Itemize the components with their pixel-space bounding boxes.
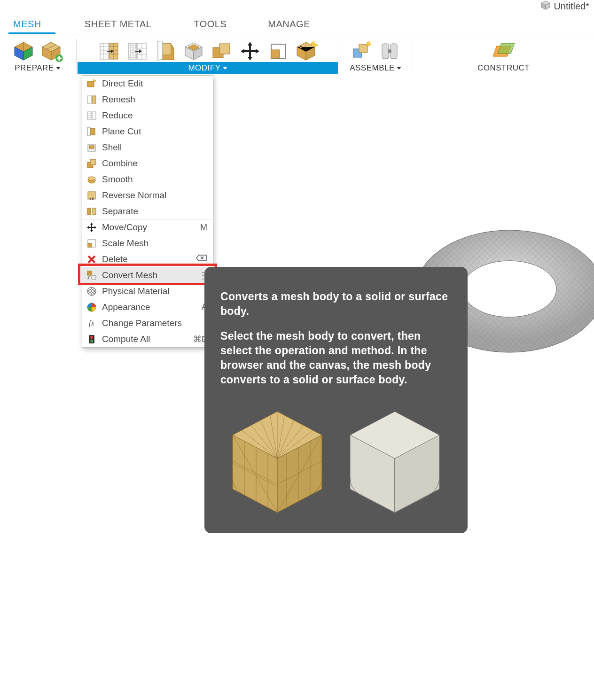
menu-label: Move/Copy bbox=[102, 222, 195, 233]
tooltip-description: Select the mesh body to convert, then se… bbox=[220, 329, 452, 387]
shortcut-label: M bbox=[200, 223, 207, 233]
svg-point-51 bbox=[388, 49, 391, 53]
convert-mesh-icon[interactable] bbox=[295, 40, 318, 62]
combine-small-icon bbox=[86, 158, 97, 169]
svg-rect-54 bbox=[87, 81, 94, 87]
caret-down-icon bbox=[397, 67, 401, 70]
assemble-new-icon[interactable] bbox=[350, 40, 373, 62]
menu-label: Change Parameters bbox=[102, 318, 207, 328]
menu-label: Direct Edit bbox=[102, 78, 207, 89]
menu-combine[interactable]: Combine bbox=[82, 156, 213, 171]
window-title: Untitled* bbox=[540, 0, 589, 13]
menu-label: Reverse Normal bbox=[102, 190, 207, 201]
menu-reduce[interactable]: Reduce bbox=[82, 108, 213, 124]
svg-rect-78 bbox=[88, 243, 92, 247]
mesh-cube-icon bbox=[223, 407, 331, 517]
menu-label: Appearance bbox=[102, 302, 197, 312]
menu-label: Shell bbox=[102, 142, 207, 153]
svg-marker-37 bbox=[256, 49, 259, 54]
svg-rect-46 bbox=[359, 44, 367, 53]
tab-tools[interactable]: TOOLS bbox=[189, 16, 241, 34]
svg-marker-76 bbox=[94, 226, 96, 229]
assemble-label: ASSEMBLE bbox=[350, 63, 395, 73]
menu-separate[interactable]: Separate bbox=[82, 203, 213, 219]
tooltip-summary: Converts a mesh body to a solid or surfa… bbox=[220, 289, 452, 319]
svg-rect-59 bbox=[92, 112, 96, 119]
menu-change-parameters[interactable]: fx Change Parameters bbox=[82, 315, 213, 331]
svg-marker-73 bbox=[90, 223, 93, 225]
menu-label: Remesh bbox=[102, 94, 207, 105]
menu-physical-material[interactable]: Physical Material bbox=[82, 283, 213, 299]
move-small-icon bbox=[86, 222, 97, 233]
menu-convert-mesh[interactable]: Convert Mesh ⋮ bbox=[82, 267, 213, 283]
physical-material-icon bbox=[86, 286, 97, 297]
reduce-small-icon bbox=[86, 110, 97, 121]
tessellate-icon[interactable] bbox=[12, 40, 35, 62]
menu-label: Smooth bbox=[102, 174, 207, 185]
plane-cut-icon[interactable] bbox=[154, 40, 177, 62]
scale-small-icon bbox=[86, 238, 97, 249]
menu-shell[interactable]: Shell bbox=[82, 140, 213, 156]
workspace-tabs: MESH SHEET METAL TOOLS MANAGE bbox=[0, 16, 594, 34]
tab-manage[interactable]: MANAGE bbox=[263, 16, 324, 34]
appearance-icon bbox=[86, 302, 97, 313]
menu-label: Delete bbox=[102, 254, 191, 264]
menu-reverse-normal[interactable]: Reverse Normal bbox=[82, 187, 213, 203]
scale-icon[interactable] bbox=[267, 40, 289, 62]
menu-label: Combine bbox=[102, 158, 207, 169]
remesh-icon[interactable] bbox=[98, 40, 120, 62]
prepare-label: PREPARE bbox=[15, 63, 54, 73]
svg-marker-35 bbox=[248, 57, 252, 61]
tab-sheet-metal[interactable]: SHEET METAL bbox=[80, 16, 166, 34]
svg-rect-70 bbox=[93, 208, 96, 215]
svg-rect-63 bbox=[89, 146, 94, 148]
ribbon-group-assemble[interactable]: ASSEMBLE bbox=[345, 62, 406, 74]
svg-marker-34 bbox=[248, 42, 252, 46]
menu-label: Plane Cut bbox=[102, 126, 207, 137]
construct-plane-icon[interactable] bbox=[492, 40, 515, 62]
ribbon-group-modify[interactable]: MODIFY bbox=[78, 62, 338, 74]
svg-point-88 bbox=[87, 287, 96, 296]
menu-direct-edit[interactable]: Direct Edit bbox=[82, 76, 213, 92]
shell-icon[interactable] bbox=[182, 40, 205, 62]
ribbon-group-prepare[interactable]: PREPARE bbox=[10, 62, 65, 74]
tooltip-illustration bbox=[220, 397, 452, 517]
ribbon: PREPARE bbox=[0, 36, 594, 74]
menu-compute-all[interactable]: Compute All ⌘B bbox=[82, 331, 213, 347]
tab-mesh[interactable]: MESH bbox=[8, 16, 55, 34]
insert-mesh-icon[interactable] bbox=[40, 40, 63, 62]
svg-rect-57 bbox=[92, 96, 96, 103]
svg-marker-74 bbox=[90, 230, 93, 232]
svg-point-92 bbox=[90, 340, 93, 342]
menu-plane-cut[interactable]: Plane Cut bbox=[82, 124, 213, 140]
svg-rect-69 bbox=[87, 208, 91, 215]
move-icon[interactable] bbox=[239, 40, 261, 62]
separate-icon bbox=[86, 206, 97, 217]
menu-scale-mesh[interactable]: Scale Mesh bbox=[82, 235, 213, 251]
combine-icon[interactable] bbox=[211, 40, 233, 62]
separator bbox=[76, 39, 77, 71]
document-cube-icon bbox=[540, 0, 551, 13]
svg-rect-68 bbox=[88, 192, 95, 199]
compute-all-icon bbox=[86, 334, 97, 345]
fx-icon: fx bbox=[86, 318, 97, 329]
menu-smooth[interactable]: Smooth bbox=[82, 171, 213, 187]
menu-appearance[interactable]: Appearance A bbox=[82, 299, 213, 315]
separator bbox=[412, 39, 412, 71]
ribbon-group-construct[interactable]: CONSTRUCT bbox=[473, 62, 534, 74]
construct-label: CONSTRUCT bbox=[477, 63, 530, 73]
tooltip-convert-mesh: Converts a mesh body to a solid or surfa… bbox=[204, 267, 468, 533]
reduce-icon[interactable] bbox=[126, 40, 148, 62]
menu-delete[interactable]: Delete bbox=[82, 251, 213, 267]
remesh-small-icon bbox=[86, 94, 97, 105]
svg-marker-47 bbox=[367, 42, 371, 46]
menu-label: Compute All bbox=[102, 334, 188, 344]
solid-cube-icon bbox=[341, 407, 449, 517]
svg-rect-61 bbox=[87, 127, 90, 136]
shell-small-icon bbox=[86, 142, 97, 153]
menu-move-copy[interactable]: Move/Copy M bbox=[82, 219, 213, 235]
joint-icon[interactable] bbox=[378, 40, 401, 62]
menu-remesh[interactable]: Remesh bbox=[82, 92, 213, 108]
svg-rect-49 bbox=[382, 44, 389, 59]
menu-label: Reduce bbox=[102, 110, 207, 121]
